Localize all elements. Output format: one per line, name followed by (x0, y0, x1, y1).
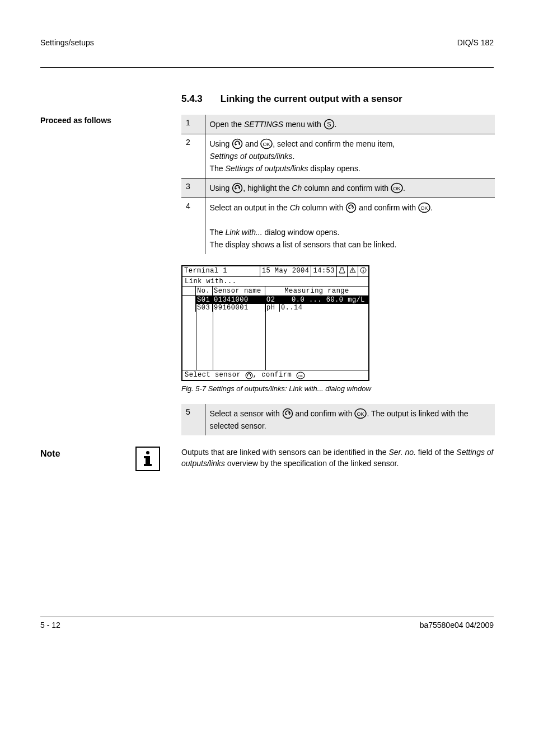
svg-rect-24 (144, 456, 148, 458)
svg-point-16 (246, 372, 252, 379)
scr-cell-range: 0.0 ... 60.0 mg/L (280, 296, 368, 304)
svg-text:OK: OK (357, 411, 364, 417)
step-row: 2 Using and OK, select and confirm the m… (181, 134, 495, 179)
steps-table: 1 Open the SETTINGS menu with S. 2 Using… (181, 115, 495, 254)
svg-rect-25 (144, 464, 152, 466)
ok-key-icon: OK (260, 138, 273, 149)
toggle-key-icon (345, 202, 357, 213)
scr-cell-no: S03 (196, 304, 213, 312)
warning-icon (348, 266, 358, 276)
step-number: 3 (181, 179, 205, 198)
scr-data-row: S01 01341000 O2 0.0 ... 60.0 mg/L (182, 296, 368, 304)
svg-point-19 (283, 409, 292, 419)
svg-point-12 (352, 271, 353, 272)
scr-date: 15 May 2004 (260, 266, 312, 276)
toggle-key-icon (282, 408, 293, 419)
step-text: Using and OK, select and confirm the men… (205, 134, 495, 179)
scr-cell-range: 0..14 (280, 304, 368, 312)
step-row: 3 Using , highlight the Ch column and co… (181, 179, 495, 198)
scr-cell-name: 01341000 (213, 296, 265, 304)
steps-table-5: 5 Select a sensor with and confirm with … (181, 404, 495, 435)
step-number: 2 (181, 134, 205, 179)
svg-text:OK: OK (263, 142, 270, 147)
scr-time: 14:53 (311, 266, 337, 276)
ok-key-icon: OK (418, 202, 430, 213)
ok-key-icon: OK (391, 182, 403, 194)
scr-data-row: S03 99160001 pH 0..14 (182, 304, 368, 312)
scr-body: S01 01341000 O2 0.0 ... 60.0 mg/L S03 99… (182, 296, 368, 370)
svg-text:OK: OK (421, 205, 428, 211)
header-rule (40, 67, 494, 68)
step-number: 4 (181, 198, 205, 255)
header-right: DIQ/S 182 (457, 38, 494, 47)
step-text: Select a sensor with and confirm with OK… (205, 404, 495, 435)
step-number: 5 (181, 404, 205, 435)
figure-caption: Fig. 5-7 Settings of outputs/links: Link… (181, 384, 494, 393)
scr-cell-name: 99160001 (213, 304, 265, 312)
ok-key-icon: OK (296, 372, 305, 379)
toggle-key-icon (232, 182, 243, 194)
svg-text:OK: OK (393, 186, 400, 191)
scr-column-headers: No. Sensor name Measuring range (182, 287, 368, 296)
footer-pagenum: 5 - 12 (40, 621, 60, 630)
step-row: 5 Select a sensor with and confirm with … (181, 404, 495, 435)
ok-key-icon: OK (354, 408, 367, 419)
scr-cell-no: S01 (196, 296, 213, 304)
scr-col-name: Sensor name (213, 287, 265, 295)
toggle-key-icon (245, 372, 253, 379)
svg-point-5 (233, 184, 242, 193)
section-number: 5.4.3 (181, 93, 203, 104)
info-box-icon (135, 447, 160, 471)
device-screenshot: Terminal 1 15 May 2004 14:53 Link with..… (181, 265, 369, 381)
section-title: Linking the current output with a sensor (221, 93, 402, 104)
header-left: Settings/setups (40, 38, 94, 47)
svg-point-14 (363, 269, 363, 269)
svg-text:OK: OK (298, 374, 303, 378)
note-label: Note (40, 447, 135, 459)
step-row: 1 Open the SETTINGS menu with S. (181, 115, 495, 134)
step-number: 1 (181, 115, 205, 134)
scr-cell-param: O2 (265, 296, 280, 304)
step-text: Using , highlight the Ch column and conf… (205, 179, 495, 198)
step-text: Open the SETTINGS menu with S. (205, 115, 495, 134)
svg-point-22 (146, 451, 149, 454)
info-icon (358, 266, 368, 276)
scr-cell-param: pH (265, 304, 280, 312)
svg-point-2 (233, 139, 242, 149)
scr-col-no: No. (196, 287, 213, 295)
footer-rule (40, 617, 494, 617)
scr-terminal: Terminal 1 (182, 266, 260, 276)
s-key-icon: S (324, 119, 335, 130)
scr-footer: Select sensor , confirm OK (182, 370, 368, 380)
beaker-icon (337, 266, 348, 276)
scr-subtitle: Link with... (182, 277, 368, 287)
step-text: Select an output in the Ch column with a… (205, 198, 495, 255)
svg-point-8 (346, 203, 356, 213)
svg-text:S: S (327, 121, 331, 128)
toggle-key-icon (232, 138, 243, 149)
scr-col-range: Measuring range (265, 287, 368, 295)
footer-docid: ba75580e04 04/2009 (420, 621, 494, 630)
note-text: Outputs that are linked with sensors can… (181, 447, 494, 469)
step-row: 4 Select an output in the Ch column with… (181, 198, 495, 255)
